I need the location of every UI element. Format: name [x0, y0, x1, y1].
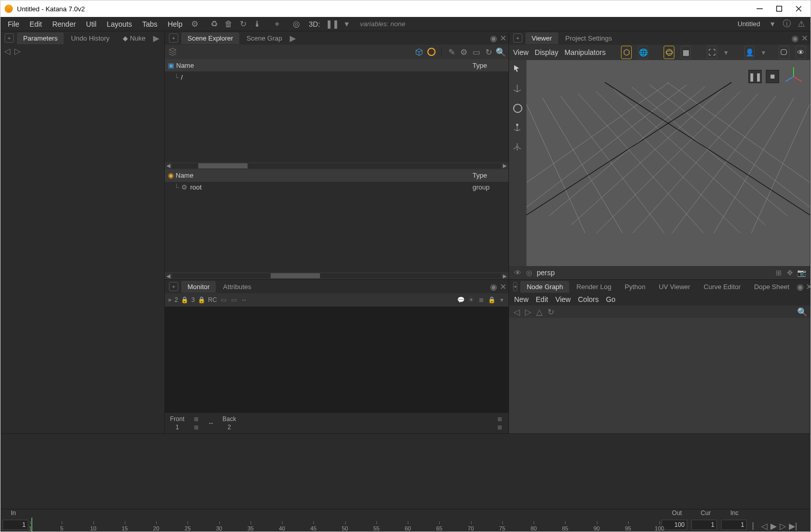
- move-icon[interactable]: ✥: [786, 269, 794, 276]
- list-icon[interactable]: ≣: [193, 424, 200, 431]
- viewer-menu-view[interactable]: View: [513, 48, 529, 56]
- list-icon[interactable]: ≣: [496, 424, 503, 431]
- monitor-viewport[interactable]: [165, 307, 508, 413]
- ng-menu-new[interactable]: New: [514, 295, 529, 303]
- lock-icon[interactable]: 🔒: [488, 296, 495, 303]
- scroll-thumb[interactable]: [198, 163, 248, 168]
- tab-close-icon[interactable]: ✕: [499, 34, 506, 42]
- inc-frame-input[interactable]: 1: [721, 520, 747, 530]
- tab-monitor[interactable]: Monitor: [181, 281, 216, 293]
- center-pivot-icon[interactable]: [513, 142, 523, 153]
- scene-list-body[interactable]: └ /: [165, 71, 508, 162]
- tab-undo-history[interactable]: Undo History: [65, 32, 116, 44]
- step-fwd-icon[interactable]: ▷: [780, 521, 787, 528]
- tab-render-log[interactable]: Render Log: [570, 281, 617, 293]
- gear-icon[interactable]: ⚙: [191, 20, 199, 28]
- add-tab-button[interactable]: +: [169, 282, 178, 291]
- viewer-stop-button[interactable]: ■: [766, 70, 779, 83]
- forward-icon[interactable]: ▷: [14, 47, 21, 54]
- tab-pin-icon[interactable]: ◉: [490, 283, 497, 290]
- tab-viewer[interactable]: Viewer: [525, 32, 558, 44]
- layers-icon[interactable]: [168, 47, 177, 56]
- tool-icon[interactable]: ▭: [220, 296, 227, 303]
- tab-pin-icon[interactable]: ◉: [791, 34, 799, 42]
- layers-icon[interactable]: ≣: [478, 296, 485, 303]
- step-back-icon[interactable]: ◁: [761, 521, 768, 528]
- title-bar[interactable]: Untitled - Katana 7.0v2: [1, 1, 810, 17]
- variables-label[interactable]: variables: none: [360, 20, 405, 28]
- swap-icon[interactable]: ↔: [208, 420, 214, 427]
- camera-name[interactable]: persp: [537, 269, 555, 277]
- pause-icon[interactable]: ❚❚: [328, 20, 336, 28]
- pencil-icon[interactable]: ✎: [447, 47, 456, 56]
- warning-icon[interactable]: ⚠: [797, 20, 805, 28]
- timeline-track[interactable]: 1510152025303540455055606570758085909510…: [30, 518, 659, 531]
- grid4-icon[interactable]: ▦: [681, 46, 691, 59]
- tab-pin-icon[interactable]: ◉: [797, 283, 804, 290]
- snap-icon[interactable]: ⊞: [775, 269, 782, 276]
- refresh-icon[interactable]: ↻: [239, 20, 247, 28]
- globe-icon[interactable]: ◎: [292, 20, 300, 28]
- graph-hscroll[interactable]: ◀ ▶: [165, 272, 508, 279]
- list-item[interactable]: └ /: [165, 71, 508, 83]
- light-icon[interactable]: ☀: [467, 296, 475, 303]
- add-tab-button[interactable]: +: [5, 33, 14, 43]
- forward-icon[interactable]: ▷: [524, 308, 532, 315]
- scale-axis-icon[interactable]: [513, 123, 523, 133]
- tool-icon[interactable]: ↔: [240, 296, 248, 303]
- scroll-thumb[interactable]: [271, 273, 320, 278]
- select-arrow-icon[interactable]: [513, 64, 523, 74]
- tab-pin-icon[interactable]: ◉: [490, 34, 497, 42]
- add-tab-button[interactable]: +: [513, 282, 517, 291]
- play-icon[interactable]: ▶: [770, 521, 778, 528]
- menu-tabs[interactable]: Tabs: [137, 18, 163, 30]
- scene-hscroll[interactable]: ◀ ▶: [165, 162, 508, 169]
- menu-util[interactable]: Util: [81, 18, 102, 30]
- add-tab-button[interactable]: +: [169, 33, 178, 43]
- viewer-canvas[interactable]: ❚❚ ■: [526, 60, 810, 266]
- play-overflow-icon[interactable]: ▶: [289, 34, 296, 42]
- back-icon[interactable]: ◁: [513, 308, 520, 315]
- back-value[interactable]: 2: [228, 424, 231, 431]
- column-name[interactable]: Name: [174, 62, 473, 69]
- tab-curve-editor[interactable]: Curve Editor: [697, 281, 747, 293]
- play-overflow-icon[interactable]: ▶: [153, 34, 160, 42]
- add-tab-button[interactable]: +: [513, 33, 522, 43]
- scroll-left-icon[interactable]: ◀: [165, 273, 172, 279]
- scroll-track[interactable]: [172, 273, 501, 278]
- list-icon[interactable]: ≣: [496, 415, 503, 423]
- shaded-cube-icon[interactable]: [621, 46, 631, 59]
- menu-help[interactable]: Help: [162, 18, 187, 30]
- ng-menu-view[interactable]: View: [555, 295, 571, 303]
- tab-close-icon[interactable]: ✕: [806, 283, 811, 290]
- view-3d-label[interactable]: 3D:: [304, 18, 325, 30]
- tab-scene-explorer[interactable]: Scene Explorer: [181, 32, 239, 44]
- gear-small-icon[interactable]: ⚙: [459, 47, 468, 56]
- person-icon[interactable]: 👤: [744, 46, 755, 59]
- box-icon[interactable]: ▭: [471, 47, 481, 56]
- chevron-down-icon[interactable]: ▾: [761, 49, 766, 56]
- front-value[interactable]: 1: [176, 424, 179, 431]
- scroll-left-icon[interactable]: ◀: [165, 163, 172, 168]
- lock-icon[interactable]: 🔒: [198, 296, 205, 303]
- tab-dope-sheet[interactable]: Dope Sheet: [748, 281, 796, 293]
- chat-icon[interactable]: 💬: [457, 296, 464, 303]
- info-icon[interactable]: ⓘ: [783, 20, 791, 28]
- list-item[interactable]: └ ⚙ root group: [165, 182, 508, 193]
- in-frame-input[interactable]: 1: [3, 520, 28, 530]
- ng-menu-colors[interactable]: Colors: [578, 295, 598, 303]
- maximize-button[interactable]: [776, 5, 783, 12]
- scroll-track[interactable]: [172, 163, 501, 168]
- minimize-button[interactable]: [756, 5, 763, 12]
- cube-blue-icon[interactable]: [414, 47, 424, 56]
- toolbar-2d[interactable]: 2: [175, 296, 178, 303]
- toolbar-3d[interactable]: 3: [191, 296, 195, 303]
- eye-icon[interactable]: 👁: [514, 269, 521, 276]
- lock-icon[interactable]: 🔒: [181, 296, 188, 303]
- axis-gizmo-icon[interactable]: [783, 66, 804, 87]
- target-icon[interactable]: ◎: [525, 269, 533, 276]
- toolbar-rc[interactable]: RC: [208, 296, 217, 303]
- katana-swirl-icon[interactable]: [427, 47, 436, 56]
- scroll-right-icon[interactable]: ▶: [501, 273, 508, 279]
- viewer-menu-display[interactable]: Display: [535, 48, 558, 56]
